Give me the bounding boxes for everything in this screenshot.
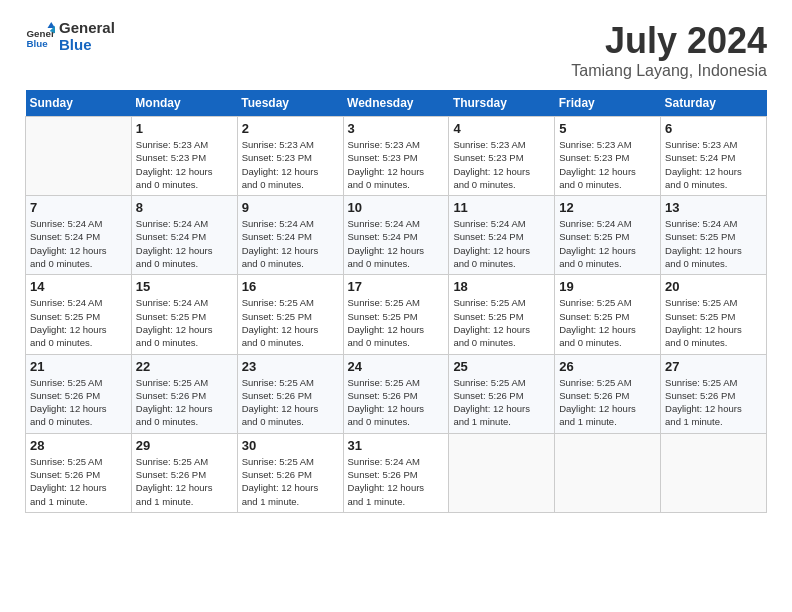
day-number: 4 xyxy=(453,121,550,136)
day-info: Sunrise: 5:25 AMSunset: 5:26 PMDaylight:… xyxy=(453,376,550,429)
day-cell: 6Sunrise: 5:23 AMSunset: 5:24 PMDaylight… xyxy=(661,117,767,196)
day-info: Sunrise: 5:23 AMSunset: 5:24 PMDaylight:… xyxy=(665,138,762,191)
day-cell: 15Sunrise: 5:24 AMSunset: 5:25 PMDayligh… xyxy=(131,275,237,354)
day-cell: 31Sunrise: 5:24 AMSunset: 5:26 PMDayligh… xyxy=(343,433,449,512)
day-cell: 21Sunrise: 5:25 AMSunset: 5:26 PMDayligh… xyxy=(26,354,132,433)
day-number: 3 xyxy=(348,121,445,136)
day-number: 10 xyxy=(348,200,445,215)
day-number: 23 xyxy=(242,359,339,374)
location-subtitle: Tamiang Layang, Indonesia xyxy=(571,62,767,80)
day-number: 27 xyxy=(665,359,762,374)
calendar-table: SundayMondayTuesdayWednesdayThursdayFrid… xyxy=(25,90,767,513)
day-number: 11 xyxy=(453,200,550,215)
day-number: 26 xyxy=(559,359,656,374)
day-cell: 29Sunrise: 5:25 AMSunset: 5:26 PMDayligh… xyxy=(131,433,237,512)
day-cell: 4Sunrise: 5:23 AMSunset: 5:23 PMDaylight… xyxy=(449,117,555,196)
header-cell-thursday: Thursday xyxy=(449,90,555,117)
day-info: Sunrise: 5:24 AMSunset: 5:25 PMDaylight:… xyxy=(665,217,762,270)
day-cell: 30Sunrise: 5:25 AMSunset: 5:26 PMDayligh… xyxy=(237,433,343,512)
day-number: 18 xyxy=(453,279,550,294)
day-number: 9 xyxy=(242,200,339,215)
day-cell: 9Sunrise: 5:24 AMSunset: 5:24 PMDaylight… xyxy=(237,196,343,275)
day-number: 29 xyxy=(136,438,233,453)
day-info: Sunrise: 5:25 AMSunset: 5:26 PMDaylight:… xyxy=(30,455,127,508)
header-cell-tuesday: Tuesday xyxy=(237,90,343,117)
day-cell: 24Sunrise: 5:25 AMSunset: 5:26 PMDayligh… xyxy=(343,354,449,433)
day-info: Sunrise: 5:24 AMSunset: 5:24 PMDaylight:… xyxy=(242,217,339,270)
day-info: Sunrise: 5:25 AMSunset: 5:25 PMDaylight:… xyxy=(348,296,445,349)
day-cell: 25Sunrise: 5:25 AMSunset: 5:26 PMDayligh… xyxy=(449,354,555,433)
day-number: 13 xyxy=(665,200,762,215)
day-cell: 16Sunrise: 5:25 AMSunset: 5:25 PMDayligh… xyxy=(237,275,343,354)
day-number: 16 xyxy=(242,279,339,294)
day-cell xyxy=(26,117,132,196)
day-info: Sunrise: 5:23 AMSunset: 5:23 PMDaylight:… xyxy=(242,138,339,191)
day-number: 6 xyxy=(665,121,762,136)
day-cell: 22Sunrise: 5:25 AMSunset: 5:26 PMDayligh… xyxy=(131,354,237,433)
day-info: Sunrise: 5:25 AMSunset: 5:26 PMDaylight:… xyxy=(136,455,233,508)
header-cell-wednesday: Wednesday xyxy=(343,90,449,117)
day-info: Sunrise: 5:24 AMSunset: 5:24 PMDaylight:… xyxy=(30,217,127,270)
day-number: 21 xyxy=(30,359,127,374)
month-title: July 2024 xyxy=(571,20,767,62)
header-cell-saturday: Saturday xyxy=(661,90,767,117)
day-number: 1 xyxy=(136,121,233,136)
day-info: Sunrise: 5:25 AMSunset: 5:25 PMDaylight:… xyxy=(559,296,656,349)
day-number: 25 xyxy=(453,359,550,374)
day-number: 15 xyxy=(136,279,233,294)
day-cell: 13Sunrise: 5:24 AMSunset: 5:25 PMDayligh… xyxy=(661,196,767,275)
day-number: 17 xyxy=(348,279,445,294)
day-cell: 17Sunrise: 5:25 AMSunset: 5:25 PMDayligh… xyxy=(343,275,449,354)
day-number: 30 xyxy=(242,438,339,453)
header: General Blue General Blue July 2024 Tami… xyxy=(25,20,767,80)
day-cell: 19Sunrise: 5:25 AMSunset: 5:25 PMDayligh… xyxy=(555,275,661,354)
day-info: Sunrise: 5:24 AMSunset: 5:25 PMDaylight:… xyxy=(559,217,656,270)
week-row-2: 7Sunrise: 5:24 AMSunset: 5:24 PMDaylight… xyxy=(26,196,767,275)
day-number: 14 xyxy=(30,279,127,294)
day-info: Sunrise: 5:24 AMSunset: 5:24 PMDaylight:… xyxy=(136,217,233,270)
day-info: Sunrise: 5:23 AMSunset: 5:23 PMDaylight:… xyxy=(453,138,550,191)
day-cell xyxy=(661,433,767,512)
week-row-3: 14Sunrise: 5:24 AMSunset: 5:25 PMDayligh… xyxy=(26,275,767,354)
day-number: 20 xyxy=(665,279,762,294)
day-info: Sunrise: 5:25 AMSunset: 5:25 PMDaylight:… xyxy=(453,296,550,349)
day-cell: 14Sunrise: 5:24 AMSunset: 5:25 PMDayligh… xyxy=(26,275,132,354)
day-info: Sunrise: 5:24 AMSunset: 5:24 PMDaylight:… xyxy=(348,217,445,270)
day-number: 22 xyxy=(136,359,233,374)
calendar-header: SundayMondayTuesdayWednesdayThursdayFrid… xyxy=(26,90,767,117)
day-info: Sunrise: 5:23 AMSunset: 5:23 PMDaylight:… xyxy=(559,138,656,191)
day-cell: 27Sunrise: 5:25 AMSunset: 5:26 PMDayligh… xyxy=(661,354,767,433)
day-cell: 7Sunrise: 5:24 AMSunset: 5:24 PMDaylight… xyxy=(26,196,132,275)
header-cell-sunday: Sunday xyxy=(26,90,132,117)
day-info: Sunrise: 5:25 AMSunset: 5:25 PMDaylight:… xyxy=(665,296,762,349)
day-info: Sunrise: 5:25 AMSunset: 5:26 PMDaylight:… xyxy=(665,376,762,429)
week-row-4: 21Sunrise: 5:25 AMSunset: 5:26 PMDayligh… xyxy=(26,354,767,433)
day-cell: 20Sunrise: 5:25 AMSunset: 5:25 PMDayligh… xyxy=(661,275,767,354)
header-row: SundayMondayTuesdayWednesdayThursdayFrid… xyxy=(26,90,767,117)
day-number: 31 xyxy=(348,438,445,453)
week-row-5: 28Sunrise: 5:25 AMSunset: 5:26 PMDayligh… xyxy=(26,433,767,512)
day-cell xyxy=(449,433,555,512)
svg-text:Blue: Blue xyxy=(27,37,49,48)
day-number: 24 xyxy=(348,359,445,374)
day-cell xyxy=(555,433,661,512)
day-info: Sunrise: 5:25 AMSunset: 5:26 PMDaylight:… xyxy=(242,376,339,429)
day-cell: 8Sunrise: 5:24 AMSunset: 5:24 PMDaylight… xyxy=(131,196,237,275)
day-cell: 28Sunrise: 5:25 AMSunset: 5:26 PMDayligh… xyxy=(26,433,132,512)
day-info: Sunrise: 5:25 AMSunset: 5:26 PMDaylight:… xyxy=(30,376,127,429)
day-info: Sunrise: 5:25 AMSunset: 5:26 PMDaylight:… xyxy=(242,455,339,508)
day-number: 28 xyxy=(30,438,127,453)
calendar-body: 1Sunrise: 5:23 AMSunset: 5:23 PMDaylight… xyxy=(26,117,767,513)
day-cell: 5Sunrise: 5:23 AMSunset: 5:23 PMDaylight… xyxy=(555,117,661,196)
day-info: Sunrise: 5:25 AMSunset: 5:26 PMDaylight:… xyxy=(559,376,656,429)
day-number: 19 xyxy=(559,279,656,294)
day-info: Sunrise: 5:23 AMSunset: 5:23 PMDaylight:… xyxy=(136,138,233,191)
day-cell: 12Sunrise: 5:24 AMSunset: 5:25 PMDayligh… xyxy=(555,196,661,275)
day-info: Sunrise: 5:24 AMSunset: 5:25 PMDaylight:… xyxy=(30,296,127,349)
day-cell: 23Sunrise: 5:25 AMSunset: 5:26 PMDayligh… xyxy=(237,354,343,433)
day-number: 8 xyxy=(136,200,233,215)
day-cell: 2Sunrise: 5:23 AMSunset: 5:23 PMDaylight… xyxy=(237,117,343,196)
day-number: 5 xyxy=(559,121,656,136)
day-cell: 3Sunrise: 5:23 AMSunset: 5:23 PMDaylight… xyxy=(343,117,449,196)
day-cell: 18Sunrise: 5:25 AMSunset: 5:25 PMDayligh… xyxy=(449,275,555,354)
